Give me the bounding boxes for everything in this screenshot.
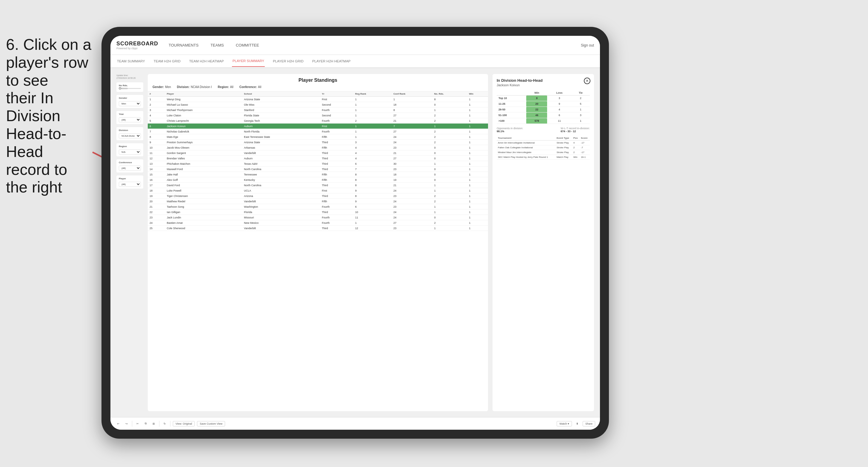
cell-win: 1 [467,161,488,166]
table-row[interactable]: 20 Matthew Riedel Vanderbilt Fifth 9 24 … [148,199,488,204]
table-row[interactable]: 24 Bastien Amat New Mexico Fourth 1 27 2… [148,220,488,226]
table-row[interactable]: 10 Jacob Mou-Olesen Arkansas Fifth 4 23 … [148,145,488,150]
save-custom-button[interactable]: Save Custom View [197,421,225,427]
cell-win: 1 [467,220,488,226]
table-row[interactable]: 23 Jack Lundin Missouri Fourth 11 24 0 1 [148,215,488,220]
conference-select[interactable]: (All) [119,166,141,171]
h2h-tie-value: 1 [571,118,590,124]
player-select[interactable]: (All) [119,182,141,187]
cell-conf: 21 [392,183,432,188]
paste-button[interactable]: ⊞ [151,421,157,427]
table-row[interactable]: 13 Phichakon Maichon Texas A&M Third 6 3… [148,161,488,166]
table-row[interactable]: 8 Mats Ege East Tennessee State Fifth 1 … [148,134,488,139]
redo-button[interactable]: ↪ [124,421,129,427]
table-row[interactable]: 16 Alex Goff Kentucky Fifth 8 19 0 1 [148,177,488,183]
table-row[interactable]: 25 Cole Sherwood Vanderbilt Third 12 23 … [148,226,488,231]
cell-rds: 2 [433,139,467,145]
tourn-score: -7 [580,145,590,150]
share-icon[interactable]: ⬆ [574,421,580,427]
nav-committee[interactable]: COMMITTEE [234,43,260,48]
table-row[interactable]: 11 Gordon Sargent Vanderbilt Third 4 21 … [148,150,488,156]
record-label: W-L-T record in-division: [561,127,590,130]
h2h-player-name: Jackson Koivun [497,83,590,87]
tab-team-h2h-grid[interactable]: TEAM H2H GRID [153,56,181,66]
cell-num: 14 [148,166,165,172]
tab-team-h2h-heatmap[interactable]: TEAM H2H HEATMAP [189,56,224,66]
nav-teams[interactable]: TEAMS [209,43,225,48]
cell-num: 22 [148,210,165,215]
tab-team-summary[interactable]: TEAM SUMMARY [116,56,146,66]
gender-select[interactable]: Men [119,101,141,106]
cell-rds: 2 [433,129,467,134]
cell-school: Ole Miss [242,102,320,107]
h2h-loss-value: 4 [547,107,571,113]
table-row[interactable]: 4 Luke Claton Florida State Second 1 27 … [148,113,488,118]
cell-player: Luke Claton [165,113,242,118]
cell-rds: 0 [433,156,467,161]
division-select[interactable]: NCAA Division I [119,133,141,138]
gender-display-value: Men [165,85,171,89]
cell-player: Maxwell Ford [165,166,242,172]
table-row[interactable]: 18 Luke Powell UCLA First 9 24 1 1 [148,188,488,193]
col-win: Win [467,91,488,97]
cell-school: Georgia Tech [242,118,320,124]
conference-filter-label: Conference [119,161,141,164]
table-row[interactable]: 2 Michael La Sasso Ole Miss Second 1 18 … [148,102,488,107]
table-row[interactable]: 6 Jackson Koivun Auburn First 1 7 1 1 [148,124,488,129]
table-row[interactable]: 19 Tiger Christensen Arizona Third 8 23 … [148,193,488,199]
col-player: Player [165,91,242,97]
table-row[interactable]: 1 Wenyi Ding Arizona State First 1 1 8 1 [148,97,488,102]
cell-num: 23 [148,215,165,220]
table-row[interactable]: 5 Christo Lamprecht Georgia Tech Fourth … [148,118,488,124]
table-row[interactable]: 22 Ian Gilligan Florida Third 10 24 1 1 [148,210,488,215]
cell-rds: 2 [433,193,467,199]
cell-school: Vanderbilt [242,226,320,231]
table-row[interactable]: 21 Taehoon Song Washington Fourth 6 23 1… [148,204,488,210]
table-row[interactable]: 12 Brendan Valles Auburn Third 4 27 0 1 [148,156,488,161]
watch-button[interactable]: Watch ▾ [557,421,572,427]
sign-out-link[interactable]: Sign out [581,43,594,48]
table-row[interactable]: 17 David Ford North Carolina Third 8 21 … [148,183,488,188]
cell-num: 21 [148,204,165,210]
cell-win: 1 [467,134,488,139]
cell-num: 4 [148,113,165,118]
cell-conf: 30 [392,161,432,166]
refresh-button[interactable]: ↻ [162,421,168,427]
nav-tournaments[interactable]: TOURNAMENTS [167,43,200,48]
cut-button[interactable]: ✂ [135,421,141,427]
table-row[interactable]: 15 Jake Hall Tennessee Fifth 8 18 0 1 [148,172,488,177]
table-row[interactable]: 14 Maxwell Ford North Carolina Third 7 2… [148,166,488,172]
cell-player: Jacob Mou-Olesen [165,145,242,150]
cell-rds: 0 [433,172,467,177]
cell-win: 1 [467,210,488,215]
tab-player-h2h-grid[interactable]: PLAYER H2H GRID [272,56,304,66]
tab-player-summary[interactable]: PLAYER SUMMARY [232,56,265,67]
h2h-close-button[interactable]: ✕ [584,77,590,84]
no-rds-slider[interactable] [119,88,141,89]
table-row[interactable]: 3 Michael Thorbjornsen Stanford Fourth 1… [148,107,488,113]
cell-reg: 1 [353,102,392,107]
cell-yr: Fifth [320,172,353,177]
cell-reg: 6 [353,204,392,210]
table-row[interactable]: 7 Nicholas Gabrelcik North Florida Fourt… [148,129,488,134]
cell-num: 2 [148,102,165,107]
share-button[interactable]: Share [583,421,595,427]
table-row[interactable]: 9 Preston Summerhays Arizona State Third… [148,139,488,145]
cell-player: Luke Powell [165,188,242,193]
tournament-row: SEC Match Play Hosted by Jerry Pate Roun… [497,155,590,160]
cell-reg: 8 [353,183,392,188]
tourn-pos: 4 [572,141,580,145]
undo-button[interactable]: ↩ [115,421,121,427]
cell-player: Tiger Christensen [165,193,242,199]
cell-player: Jackson Koivun [165,124,242,129]
year-select[interactable]: (All) [119,117,141,122]
cell-win: 1 [467,113,488,118]
cell-school: Washington [242,204,320,210]
copy-button[interactable]: ⧉ [143,421,148,427]
cell-reg: 1 [353,129,392,134]
region-select[interactable]: N/A [119,150,141,155]
tourn-pos: Win [572,155,580,160]
tab-player-h2h-heatmap[interactable]: PLAYER H2H HEATMAP [312,56,351,66]
cell-yr: Fourth [320,215,353,220]
view-original-button[interactable]: View: Original [173,421,195,427]
